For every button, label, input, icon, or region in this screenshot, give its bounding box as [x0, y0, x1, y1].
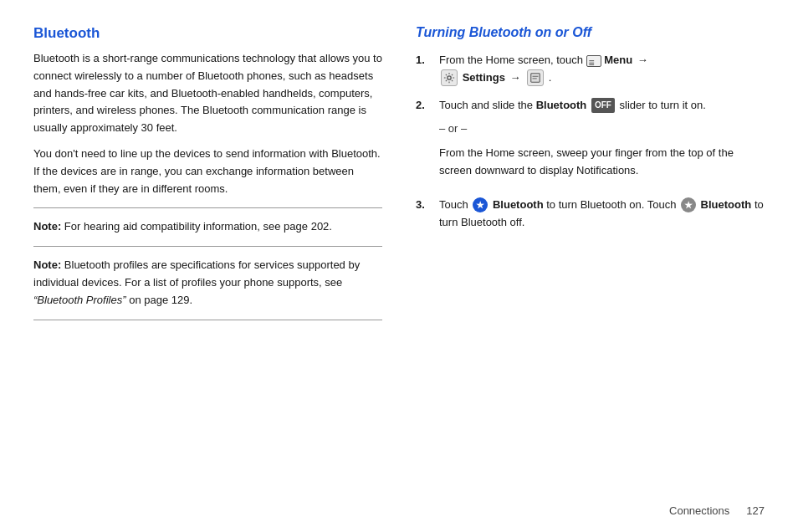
note1-text: For hearing aid compatibility informatio… [61, 220, 332, 233]
step-3-content: Touch ★ Bluetooth to turn Bluetooth on. … [439, 197, 765, 232]
left-column: Bluetooth Bluetooth is a short-range com… [33, 25, 382, 330]
step1-arrow1: → [637, 54, 648, 66]
page-footer: Connections 127 [669, 504, 765, 517]
step-3-number: 3. [416, 197, 436, 214]
note-1: Note: For hearing aid compatibility info… [33, 218, 382, 236]
bluetooth-off-badge: OFF [591, 98, 615, 113]
step-1-content: From the Home screen, touch Menu → Setti… [439, 52, 765, 87]
step2-alt-text: From the Home screen, sweep your finger … [439, 145, 765, 180]
bluetooth-on-icon: ★ [473, 197, 488, 212]
paragraph-1: Bluetooth is a short-range communication… [33, 50, 382, 137]
step-2-number: 2. [416, 97, 436, 115]
note2-text: Bluetooth profiles are specifications fo… [33, 258, 360, 289]
step-2-content: Touch and slide the Bluetooth OFF slider… [439, 97, 765, 187]
step1-menu: Menu [604, 54, 632, 66]
steps-list: 1. From the Home screen, touch Menu → [416, 52, 765, 231]
note1-label: Note: [33, 220, 61, 233]
divider-2 [33, 246, 382, 247]
step2-bold: Bluetooth [536, 99, 587, 111]
section-title: Bluetooth [33, 25, 382, 42]
step1-settings: Settings [463, 71, 505, 84]
divider-1 [33, 207, 382, 208]
footer-page: 127 [746, 504, 765, 517]
note2-italic: “Bluetooth Profiles” [33, 294, 126, 306]
step2-prefix: Touch and slide the [439, 99, 536, 111]
step-2: 2. Touch and slide the Bluetooth OFF sli… [416, 97, 765, 187]
note2-end: on page 129. [126, 294, 193, 306]
step3-bold1: Bluetooth [493, 198, 544, 211]
step-1: 1. From the Home screen, touch Menu → [416, 52, 765, 87]
step3-bold2: Bluetooth [701, 198, 752, 211]
bluetooth-off-icon: ★ [681, 197, 696, 212]
svg-rect-1 [531, 74, 540, 83]
step3-prefix: Touch [439, 198, 471, 211]
right-title: Turning Bluetooth on or Off [416, 25, 765, 40]
step-3: 3. Touch ★ Bluetooth to turn Bluetooth o… [416, 197, 765, 232]
paragraph-2: You don't need to line up the devices to… [33, 146, 382, 197]
note2-label: Note: [33, 258, 61, 271]
right-column: Turning Bluetooth on or Off 1. From the … [407, 25, 765, 330]
note-2: Note: Bluetooth profiles are specificati… [33, 257, 382, 309]
footer-label: Connections [669, 504, 729, 517]
menu-icon [586, 55, 601, 67]
settings-sub-icon [527, 69, 544, 86]
divider-3 [33, 320, 382, 320]
step1-period: . [549, 71, 552, 84]
or-divider: – or – [439, 120, 765, 138]
step1-arrow2: → [510, 71, 521, 84]
step3-mid: to turn Bluetooth on. Touch [546, 198, 679, 211]
step-1-number: 1. [416, 52, 436, 69]
step1-prefix: From the Home screen, touch [439, 54, 586, 66]
settings-icon [441, 69, 458, 86]
step2-suffix: slider to turn it on. [620, 99, 706, 111]
svg-point-0 [448, 76, 451, 79]
